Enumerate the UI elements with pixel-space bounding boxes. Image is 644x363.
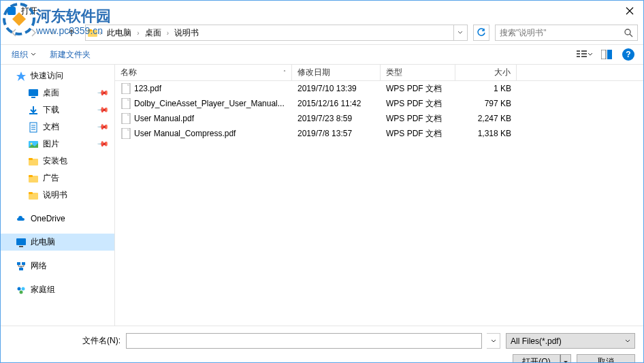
file-list: 名称 ˄ 修改日期 类型 大小 123.pdf 2019/7/10 13:39 … <box>115 65 643 326</box>
search-box[interactable] <box>495 25 638 41</box>
refresh-button[interactable] <box>473 25 489 41</box>
sidebar-item-homegroup[interactable]: 家庭组 <box>1 281 114 298</box>
svg-rect-5 <box>577 50 580 52</box>
nav-up-button[interactable] <box>63 25 80 41</box>
network-label: 网络 <box>31 260 47 272</box>
manual-label: 说明书 <box>43 189 67 201</box>
file-name: Dolby_CineAsset_Player_User_Manual... <box>134 99 285 108</box>
svg-rect-14 <box>31 97 35 98</box>
breadcrumb-thispc[interactable]: 此电脑 <box>103 25 135 40</box>
filter-select[interactable]: All Files(*.pdf) <box>506 333 635 349</box>
breadcrumb-manual[interactable]: 说明书 <box>170 25 203 40</box>
sidebar-item-installpack[interactable]: 安装包 <box>1 153 114 170</box>
sidebar-item-ads[interactable]: 广告 <box>1 170 114 187</box>
search-input[interactable] <box>500 28 624 37</box>
folder-icon <box>87 27 98 38</box>
svg-point-31 <box>20 290 23 294</box>
arrow-right-icon <box>28 27 39 38</box>
arrow-left-icon <box>9 27 20 38</box>
filename-input[interactable] <box>126 333 482 349</box>
pdf-file-icon <box>120 113 131 124</box>
sidebar-item-pictures[interactable]: 图片 📌 <box>1 136 114 153</box>
close-icon <box>626 7 634 15</box>
documents-label: 文档 <box>43 121 59 133</box>
close-button[interactable] <box>616 1 643 21</box>
organize-label: 组织 <box>12 49 28 61</box>
svg-rect-27 <box>22 262 25 265</box>
file-name: User Manual.pdf <box>134 114 194 123</box>
svg-rect-25 <box>19 246 23 247</box>
svg-rect-6 <box>577 53 580 54</box>
sidebar-item-desktop[interactable]: 桌面 📌 <box>1 84 114 101</box>
open-button-arrow[interactable] <box>560 354 571 363</box>
breadcrumb[interactable]: › 此电脑 › 桌面 › 说明书 <box>85 25 468 41</box>
nav-back-button[interactable] <box>6 25 22 41</box>
folder-icon <box>28 190 39 201</box>
refresh-icon <box>477 28 486 37</box>
chevron-down-icon <box>563 360 568 364</box>
sidebar-item-onedrive[interactable]: OneDrive <box>1 210 114 227</box>
quickaccess-label: 快速访问 <box>31 70 109 82</box>
svg-rect-10 <box>581 56 587 57</box>
folder-icon <box>28 156 39 167</box>
file-row[interactable]: User Manual_Compress.pdf 2019/7/8 13:57 … <box>115 126 643 141</box>
open-button[interactable]: 打开(O) <box>513 354 560 363</box>
sidebar-item-downloads[interactable]: 下载 📌 <box>1 101 114 119</box>
file-row[interactable]: User Manual.pdf 2019/7/23 8:59 WPS PDF 文… <box>115 111 643 126</box>
svg-rect-26 <box>17 262 20 265</box>
nav-recent-button[interactable] <box>44 25 61 41</box>
chevron-down-icon <box>491 338 496 344</box>
downloads-label: 下载 <box>43 104 59 116</box>
sidebar-item-quickaccess[interactable]: 快速访问 <box>1 67 114 84</box>
nav-forward-button[interactable] <box>25 25 42 41</box>
desktop-icon <box>28 88 39 99</box>
pin-icon: 📌 <box>96 104 109 116</box>
filename-dropdown[interactable] <box>487 333 500 349</box>
sort-arrow-icon: ˄ <box>283 69 286 76</box>
filename-row: 文件名(N): All Files(*.pdf) <box>9 333 635 349</box>
file-date: 2019/7/8 13:57 <box>292 129 381 138</box>
button-row: 打开(O) 取消 <box>9 354 635 363</box>
file-name: User Manual_Compress.pdf <box>134 129 236 138</box>
monitor-icon <box>16 237 27 248</box>
chevron-down-icon <box>49 29 56 36</box>
file-size: 1 KB <box>455 84 517 93</box>
cancel-button[interactable]: 取消 <box>577 354 635 363</box>
svg-rect-19 <box>29 158 33 160</box>
titlebar: 打开 <box>1 1 643 21</box>
col-header-size[interactable]: 大小 <box>455 65 517 80</box>
col-header-type[interactable]: 类型 <box>381 65 455 80</box>
file-row[interactable]: 123.pdf 2019/7/10 13:39 WPS PDF 文档 1 KB <box>115 81 643 96</box>
sidebar-item-network[interactable]: 网络 <box>1 257 114 274</box>
preview-button[interactable] <box>597 46 616 63</box>
pin-icon: 📌 <box>96 121 109 133</box>
svg-rect-24 <box>16 238 26 245</box>
file-type: WPS PDF 文档 <box>381 128 455 140</box>
file-date: 2019/7/23 8:59 <box>292 114 381 123</box>
breadcrumb-desktop[interactable]: 桌面 <box>141 25 165 40</box>
file-type: WPS PDF 文档 <box>381 113 455 125</box>
help-button[interactable]: ? <box>619 46 638 63</box>
view-button[interactable] <box>575 46 594 63</box>
col-header-name[interactable]: 名称 ˄ <box>115 65 292 80</box>
newfolder-label: 新建文件夹 <box>50 49 91 61</box>
svg-rect-13 <box>29 89 38 96</box>
file-row[interactable]: Dolby_CineAsset_Player_User_Manual... 20… <box>115 96 643 111</box>
ads-label: 广告 <box>43 172 59 184</box>
pdf-file-icon <box>120 83 131 94</box>
sidebar-item-manual[interactable]: 说明书 <box>1 187 114 204</box>
svg-point-4 <box>625 29 630 35</box>
desktop-label: 桌面 <box>43 87 59 99</box>
svg-rect-12 <box>607 50 612 59</box>
svg-rect-9 <box>581 53 587 54</box>
file-name: 123.pdf <box>134 84 161 93</box>
organize-button[interactable]: 组织 <box>6 46 42 63</box>
sidebar-item-documents[interactable]: 文档 📌 <box>1 119 114 136</box>
search-icon <box>624 28 633 37</box>
file-date: 2019/7/10 13:39 <box>292 84 381 93</box>
network-icon <box>16 261 27 272</box>
col-header-date[interactable]: 修改日期 <box>292 65 381 80</box>
sidebar-item-thispc[interactable]: 此电脑 <box>1 234 114 251</box>
breadcrumb-dropdown[interactable] <box>453 25 466 40</box>
newfolder-button[interactable]: 新建文件夹 <box>44 46 96 63</box>
